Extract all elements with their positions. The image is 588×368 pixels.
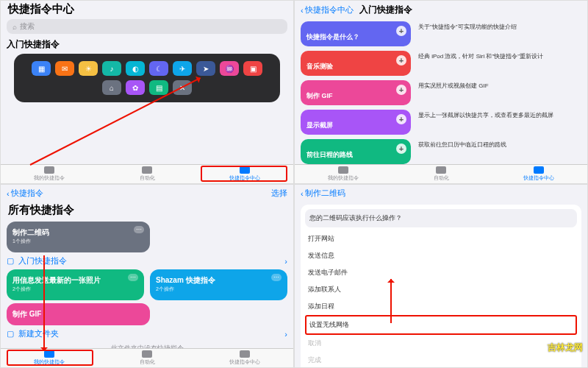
app-icon: ▤ (149, 80, 168, 95)
app-icon: ✉ (55, 61, 74, 76)
app-icon: ◐ (126, 61, 145, 76)
tab-automation[interactable]: 自动化 (98, 166, 196, 182)
tab-my[interactable]: 我的快捷指令 (295, 166, 392, 182)
folder-new[interactable]: ▢ 新建文件夹 › (7, 328, 287, 339)
shortcut-card[interactable]: +前往日程的路线 (301, 139, 411, 164)
shortcut-card[interactable]: +制作 GIF (301, 80, 411, 105)
shortcut-card[interactable]: +快捷指令是什么？ (301, 21, 411, 46)
tab-automation[interactable]: 自动化 (98, 350, 196, 366)
opt-open-url[interactable]: 打开网站 (305, 230, 577, 247)
annotation-highlight (7, 350, 93, 366)
chevron-left-icon: ‹ (301, 6, 304, 15)
card-desc: 获取前往您日历中临近日程的路线 (415, 139, 581, 164)
tile-shazam[interactable]: ⋯Shazam 快捷指令2个操作 (150, 269, 287, 300)
tile-gif[interactable]: 制作 GIF (7, 303, 150, 325)
tab-my[interactable]: 我的快捷指令 (1, 166, 98, 182)
search-input[interactable]: ⌕ 搜索 (7, 19, 287, 34)
add-icon[interactable]: + (396, 55, 406, 66)
search-icon: ⌕ (12, 23, 17, 31)
add-icon[interactable]: + (396, 85, 406, 95)
tile-qrcode[interactable]: ⋯ 制作二维码1个操作 (7, 222, 150, 252)
opt-cancel[interactable]: 取消 (305, 335, 577, 352)
add-icon[interactable]: + (396, 114, 406, 124)
annotation-highlight (201, 166, 287, 182)
app-icon: ✿ (126, 80, 145, 95)
starter-hero-card[interactable]: ▦ ✉ ☀ ♪ ◐ ☾ ✈ ➤ ♒ ▣ ⌂ ✿ ▤ ✕ (14, 54, 280, 102)
opt-send-mail[interactable]: 发送电子邮件 (305, 264, 577, 281)
select-button[interactable]: 选择 (271, 188, 287, 199)
opt-add-event[interactable]: 添加日程 (305, 298, 577, 315)
app-icon: ☾ (149, 61, 168, 76)
card-desc: 经典 iPod 游戏，针对 Siri 和"快捷指令"重新设计 (415, 51, 581, 76)
pane-qr-sheet: ‹制作二维码 您的二维码应该执行什么操作？ 打开网站 发送信息 发送电子邮件 添… (294, 184, 588, 368)
tab-gallery[interactable]: 快捷指令中心 (490, 166, 587, 182)
opt-done[interactable]: 完成 (305, 352, 577, 368)
app-icon: ✈ (173, 61, 192, 76)
action-sheet: 您的二维码应该执行什么操作？ 打开网站 发送信息 发送电子邮件 添加联系人 添加… (301, 205, 581, 368)
page-title: 所有快捷指令 (1, 202, 293, 219)
tab-bar: 我的快捷指令 自动化 快捷指令中心 (295, 164, 587, 183)
card-desc: 显示上一张截屏以快捷共享，或查看更多最近的截屏 (415, 110, 581, 135)
tile-photo[interactable]: ⋯用信息发送最新的一张照片2个操作 (7, 269, 144, 300)
tab-automation[interactable]: 自动化 (392, 166, 490, 182)
opt-add-contact[interactable]: 添加联系人 (305, 281, 577, 298)
app-icon: ♒ (220, 61, 239, 76)
app-icon: ▦ (32, 61, 51, 76)
pane-starter-list: ‹快捷指令中心 入门快捷指令 +快捷指令是什么？关于"快捷指令"可实现功能的快捷… (294, 0, 588, 184)
chevron-left-icon: ‹ (7, 189, 10, 198)
app-icon: ▣ (243, 61, 262, 76)
app-icon: ♪ (102, 61, 121, 76)
chevron-right-icon: › (284, 257, 287, 266)
tab-gallery[interactable]: 快捷指令中心 (196, 350, 293, 366)
page-title: 入门快捷指令 (359, 4, 412, 16)
opt-send-msg[interactable]: 发送信息 (305, 247, 577, 264)
section-starter[interactable]: ▢ 入门快捷指令 › (7, 255, 287, 266)
folder-icon: ▢ (7, 256, 14, 266)
page-title: 快捷指令中心 (1, 1, 293, 18)
card-desc: 关于"快捷指令"可实现功能的快捷介绍 (415, 21, 581, 46)
section-starter: 入门快捷指令 (7, 38, 287, 51)
app-icon: ☀ (79, 61, 98, 76)
add-icon[interactable]: + (396, 144, 406, 154)
pane-my-shortcuts: ‹快捷指令 选择 所有快捷指令 ⋯ 制作二维码1个操作 ▢ 入门快捷指令 › ⋯… (0, 184, 294, 368)
watermark: 吉林龙网 (548, 342, 583, 354)
opt-set-wifi[interactable]: 设置无线网络 (305, 315, 577, 335)
shortcut-card[interactable]: +音乐测验 (301, 51, 411, 76)
back-button[interactable]: ‹快捷指令中心 (301, 4, 354, 15)
add-icon[interactable]: + (396, 26, 406, 36)
back-button[interactable]: ‹快捷指令 (7, 188, 43, 199)
pane-gallery-home: 快捷指令中心 ⌕ 搜索 入门快捷指令 ▦ ✉ ☀ ♪ ◐ ☾ ✈ ➤ ♒ ▣ ⌂… (0, 0, 294, 184)
annotation-arrow (43, 255, 45, 351)
chevron-left-icon: ‹ (301, 189, 304, 198)
sheet-question: 您的二维码应该执行什么操作？ (305, 209, 577, 227)
card-desc: 用实况照片或视频创建 GIF (415, 80, 581, 105)
shortcut-card[interactable]: +显示截屏 (301, 110, 411, 135)
annotation-arrow (390, 279, 392, 323)
back-button[interactable]: ‹制作二维码 (301, 188, 345, 199)
folder-icon: ▢ (7, 329, 14, 339)
app-icon: ⌂ (102, 80, 121, 95)
more-icon[interactable]: ⋯ (134, 226, 144, 233)
chevron-right-icon: › (284, 330, 287, 339)
